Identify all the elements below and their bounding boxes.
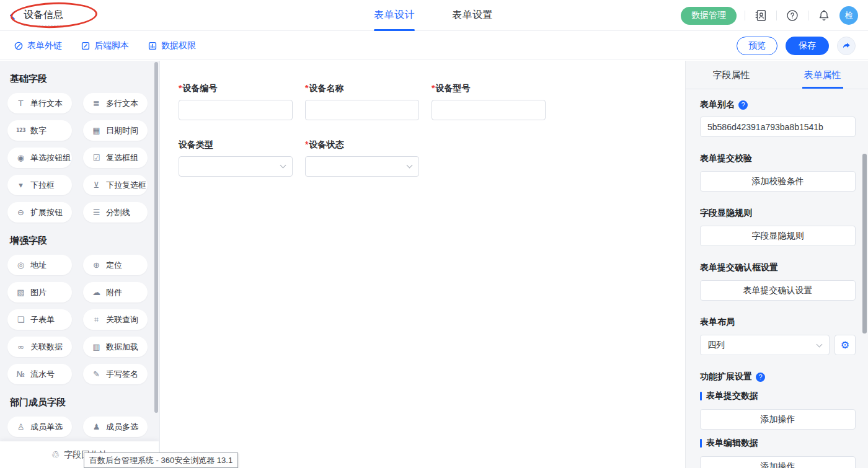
attachment-icon: ☁ bbox=[91, 288, 102, 297]
canvas-field-label: 设备编号 bbox=[182, 83, 217, 93]
preview-button[interactable]: 预览 bbox=[737, 37, 777, 55]
share-button[interactable] bbox=[837, 37, 856, 55]
canvas-field[interactable]: *设备状态 bbox=[305, 139, 419, 177]
canvas-field-label: 设备类型 bbox=[179, 139, 213, 149]
form-alias-input[interactable] bbox=[700, 117, 856, 137]
sidebar-field-label: 子表单 bbox=[30, 314, 55, 325]
panel-section-button[interactable]: 字段显隐规则 bbox=[700, 226, 856, 246]
extension-group-label: 表单提交数据 bbox=[706, 391, 758, 402]
canvas-text-input[interactable] bbox=[432, 100, 546, 120]
sidebar-field-pill[interactable]: ✎手写签名 bbox=[83, 364, 148, 384]
related-query-icon: ⌗ bbox=[91, 315, 102, 325]
sidebar-field-pill[interactable]: T单行文本 bbox=[7, 93, 72, 113]
tab-表单属性[interactable]: 表单属性 bbox=[777, 61, 868, 89]
sidebar-field-pill[interactable]: ☰分割线 bbox=[83, 202, 148, 223]
canvas-field-label-row: *设备名称 bbox=[305, 83, 419, 94]
sidebar-field-label: 成员单选 bbox=[30, 422, 63, 433]
toolbar-actions: 预览 保存 bbox=[737, 32, 856, 60]
sidebar-field-label: 多行文本 bbox=[106, 98, 138, 109]
form-design-canvas: *设备编号*设备名称*设备型号设备类型*设备状态 bbox=[161, 61, 685, 468]
tab-label: 表单属性 bbox=[804, 69, 841, 80]
form-alias-heading: 表单别名 ? bbox=[700, 99, 856, 110]
tab-label: 表单设置 bbox=[452, 9, 493, 20]
canvas-field[interactable]: *设备编号 bbox=[179, 83, 293, 120]
sidebar-field-pill[interactable]: ▥数据加载 bbox=[83, 337, 148, 357]
tab-表单设计[interactable]: 表单设计 bbox=[374, 0, 415, 31]
field-library-sidebar: 基础字段T单行文本≣多行文本123数字▦日期时间◉单选按钮组☑复选框组▾下拉框⊻… bbox=[0, 61, 160, 468]
link-icon bbox=[14, 41, 24, 51]
sidebar-field-pill[interactable]: ⌗关联查询 bbox=[83, 309, 148, 330]
sidebar-field-pill[interactable]: ♟成员多选 bbox=[83, 417, 148, 437]
sidebar-field-pill[interactable]: ♙成员单选 bbox=[7, 417, 72, 437]
sidebar-field-pill[interactable]: ∞关联数据 bbox=[7, 337, 72, 357]
save-button[interactable]: 保存 bbox=[786, 37, 829, 55]
sidebar-field-pill[interactable]: ▧图片 bbox=[7, 282, 72, 302]
sidebar-section-grid: T单行文本≣多行文本123数字▦日期时间◉单选按钮组☑复选框组▾下拉框⊻下拉复选… bbox=[7, 93, 159, 223]
user-avatar[interactable]: 检 bbox=[839, 6, 858, 25]
panel-section-button[interactable]: 添加校验条件 bbox=[700, 171, 856, 192]
sidebar-field-label: 成员多选 bbox=[106, 422, 138, 433]
layout-settings-button[interactable]: ⚙ bbox=[835, 335, 856, 355]
radio-group-icon: ◉ bbox=[16, 153, 26, 162]
canvas-field-control bbox=[432, 100, 546, 120]
sidebar-field-pill[interactable]: ❏子表单 bbox=[7, 309, 72, 330]
canvas-field[interactable]: *设备型号 bbox=[432, 83, 546, 120]
sidebar-scrollbar[interactable] bbox=[154, 62, 158, 413]
toolbar-link-label: 后端脚本 bbox=[94, 40, 129, 51]
sidebar-field-pill[interactable]: 123数字 bbox=[7, 120, 72, 141]
add-action-button[interactable]: 添加操作 bbox=[700, 409, 856, 430]
panel-section-heading: 表单提交校验 bbox=[700, 153, 856, 164]
sidebar-field-pill[interactable]: ▦日期时间 bbox=[83, 120, 148, 141]
tab-表单设置[interactable]: 表单设置 bbox=[452, 0, 493, 31]
serial-number-icon: № bbox=[16, 369, 26, 379]
address-book-icon[interactable] bbox=[753, 8, 768, 23]
datetime-icon: ▦ bbox=[91, 126, 102, 135]
sidebar-field-pill[interactable]: №流水号 bbox=[7, 364, 72, 384]
back-icon[interactable] bbox=[10, 11, 19, 20]
data-manage-button[interactable]: 数据管理 bbox=[681, 7, 737, 25]
sidebar-field-label: 附件 bbox=[106, 287, 122, 298]
panel-scrollbar[interactable] bbox=[862, 154, 867, 333]
browser-status-tooltip: 百数后台管理系统 - 360安全浏览器 13.1 bbox=[84, 453, 238, 468]
multi-select-icon: ⊻ bbox=[91, 180, 102, 190]
panel-section-button[interactable]: 表单提交确认设置 bbox=[700, 280, 856, 301]
question-badge-icon[interactable]: ? bbox=[738, 100, 748, 110]
sidebar-field-pill[interactable]: ⊕定位 bbox=[83, 255, 148, 275]
canvas-field[interactable]: *设备名称 bbox=[305, 83, 419, 120]
sidebar-field-pill[interactable]: ⊖扩展按钮 bbox=[7, 202, 72, 223]
sidebar-section-title: 基础字段 bbox=[10, 73, 159, 85]
gear-icon: ⚙ bbox=[841, 339, 849, 351]
help-icon[interactable] bbox=[785, 8, 800, 23]
sidebar-field-pill[interactable]: ▾下拉框 bbox=[7, 175, 72, 195]
canvas-field-control bbox=[305, 156, 419, 177]
sidebar-field-label: 关联数据 bbox=[30, 342, 63, 353]
extension-settings-section: 功能扩展设置 ? 表单提交数据添加操作表单编辑数据添加操作 bbox=[700, 371, 856, 468]
header-actions: 数据管理 检 bbox=[681, 0, 858, 31]
form-layout-select[interactable]: 四列 bbox=[700, 335, 830, 355]
canvas-text-input[interactable] bbox=[179, 100, 293, 120]
sidebar-field-pill[interactable]: ◎地址 bbox=[7, 255, 72, 275]
canvas-select-box[interactable] bbox=[179, 156, 293, 177]
notification-bell-icon[interactable] bbox=[817, 8, 831, 23]
form-layout-value: 四列 bbox=[701, 335, 829, 355]
image-icon: ▧ bbox=[16, 288, 26, 297]
sidebar-field-pill[interactable]: ◉单选按钮组 bbox=[7, 148, 72, 168]
sidebar-field-label: 流水号 bbox=[30, 369, 55, 380]
canvas-field[interactable]: 设备类型 bbox=[179, 139, 293, 177]
toolbar-link-后端脚本[interactable]: 后端脚本 bbox=[81, 40, 129, 51]
tab-字段属性[interactable]: 字段属性 bbox=[686, 61, 777, 89]
question-badge-icon[interactable]: ? bbox=[756, 373, 765, 382]
toolbar-link-表单外链[interactable]: 表单外链 bbox=[14, 40, 62, 51]
sidebar-field-pill[interactable]: ☁附件 bbox=[83, 282, 148, 302]
sidebar-field-pill[interactable]: ≣多行文本 bbox=[83, 93, 148, 113]
form-layout-section: 表单布局 四列 ⚙ bbox=[700, 317, 856, 355]
canvas-select-box[interactable] bbox=[305, 156, 419, 177]
canvas-text-input[interactable] bbox=[305, 100, 419, 120]
add-action-button[interactable]: 添加操作 bbox=[700, 456, 856, 468]
form-toolbar: 表单外链后端脚本数据权限 预览 保存 bbox=[0, 32, 868, 60]
sidebar-field-label: 手写签名 bbox=[106, 369, 138, 380]
sidebar-section-title: 部门成员字段 bbox=[10, 397, 159, 408]
toolbar-link-数据权限[interactable]: 数据权限 bbox=[148, 40, 196, 51]
sidebar-field-pill[interactable]: ⊻下拉复选框 bbox=[83, 175, 148, 195]
sidebar-field-pill[interactable]: ☑复选框组 bbox=[83, 148, 148, 168]
